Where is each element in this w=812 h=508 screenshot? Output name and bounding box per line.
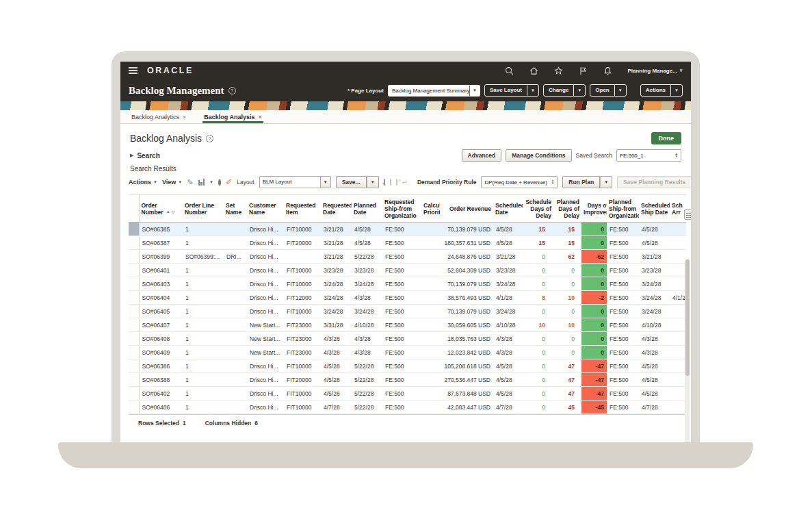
cell-order-revenue[interactable]: 105,208.618 USD (440, 359, 493, 373)
cell-planned-ship-from-organization[interactable]: FE:500 (607, 277, 639, 291)
row-selector[interactable] (129, 223, 139, 236)
actions-menu[interactable]: Actions▼ (129, 179, 157, 186)
cell-days-of-improvement[interactable]: 0 (581, 346, 607, 359)
search-section-label[interactable]: Search (137, 152, 159, 160)
cell-calculated-priority[interactable] (421, 291, 440, 305)
cell-scheduled-arrival[interactable] (670, 387, 686, 401)
scrollbar-thumb[interactable] (685, 259, 690, 376)
close-icon[interactable]: × (259, 114, 262, 120)
cell-days-of-improvement[interactable]: -47 (581, 373, 607, 387)
cell-scheduled-arrival[interactable] (670, 305, 686, 318)
cell-order-line-number[interactable]: 1 (183, 346, 224, 359)
cell-requested-date[interactable]: 3/24/28 (321, 291, 352, 305)
cell-days-of-improvement[interactable]: 0 (581, 318, 607, 332)
cell-schedule-days-of-delay[interactable]: 0 (523, 305, 553, 318)
dropdown-arrow-icon[interactable]: ▼ (527, 85, 538, 96)
cell-order-line-number[interactable]: 1 (183, 264, 224, 277)
notifications-icon[interactable] (603, 66, 612, 75)
row-selector[interactable] (129, 359, 139, 373)
cell-scheduled-arrival[interactable] (670, 346, 686, 359)
page-layout-select[interactable]: Backlog Management Summary ▼ (388, 85, 480, 97)
query-by-example-icon[interactable] (384, 179, 385, 186)
cell-planned-date[interactable]: 3/24/28 (352, 305, 382, 318)
cell-set-name[interactable] (224, 332, 247, 346)
dropdown-arrow-icon[interactable]: ▼ (321, 176, 331, 188)
cell-customer-name[interactable]: Drisco Hi... (247, 223, 284, 236)
cell-schedule-days-of-delay[interactable]: 10 (523, 318, 553, 332)
cell-requested-ship-from-organization[interactable]: FE:500 (382, 291, 421, 305)
cell-customer-name[interactable]: Drisco Hi... (247, 236, 284, 250)
cell-order-number[interactable]: SO#06401 (139, 264, 183, 277)
cell-calculated-priority[interactable] (421, 223, 440, 236)
cell-calculated-priority[interactable] (421, 305, 440, 318)
cell-set-name[interactable] (224, 277, 247, 291)
cell-planned-ship-from-organization[interactable]: FE:500 (607, 318, 639, 332)
cell-order-line-number[interactable]: 1 (183, 359, 224, 373)
cell-order-line-number[interactable]: 1 (183, 223, 224, 236)
cell-planned-date[interactable]: 3/23/28 (352, 264, 382, 277)
column-header-set-name[interactable]: Set Name (224, 195, 247, 223)
close-icon[interactable]: × (183, 114, 186, 120)
cell-requested-ship-from-organization[interactable]: FE:500 (382, 264, 421, 277)
cell-scheduled-ship-date[interactable]: 4/5/28 (639, 373, 670, 387)
cell-scheduled-ship-date[interactable]: 4/5/28 (639, 236, 670, 250)
account-menu[interactable]: Planning Manage... ∨ (627, 68, 683, 74)
cell-planned-date[interactable]: 5/22/28 (352, 359, 382, 373)
cell-calculated-priority[interactable] (421, 401, 440, 414)
cell-scheduled-date[interactable]: 3/21/28 (493, 250, 523, 264)
row-selector[interactable] (129, 401, 139, 414)
cell-set-name[interactable] (224, 264, 247, 277)
cell-planned-days-of-delay[interactable]: 10 (553, 318, 581, 332)
cell-set-name[interactable] (224, 373, 247, 387)
cell-requested-date[interactable]: 4/3/28 (321, 346, 352, 359)
cell-days-of-improvement[interactable]: -45 (581, 401, 607, 414)
cell-schedule-days-of-delay[interactable]: 0 (523, 401, 553, 414)
cell-scheduled-ship-date[interactable]: 3/24/28 (639, 277, 670, 291)
cell-requested-ship-from-organization[interactable]: FE:500 (382, 223, 421, 236)
cell-order-number[interactable]: SO#06388 (139, 373, 183, 387)
cell-planned-days-of-delay[interactable]: 47 (553, 373, 581, 387)
cell-requested-item[interactable]: FIT23000 (284, 318, 321, 332)
cell-scheduled-arrival[interactable] (670, 236, 686, 250)
cell-order-revenue[interactable]: 70,139.079 USD (440, 277, 493, 291)
cell-order-revenue[interactable]: 180,357.631 USD (440, 236, 493, 250)
cell-planned-date[interactable]: 5/22/28 (352, 387, 382, 401)
favorites-star-icon[interactable] (554, 66, 563, 75)
cell-requested-item[interactable]: FIT20000 (284, 236, 321, 250)
view-menu[interactable]: View▼ (162, 179, 182, 186)
cell-scheduled-date[interactable]: 4/7/28 (493, 401, 523, 414)
cell-planned-ship-from-organization[interactable]: FE:500 (607, 359, 639, 373)
cell-requested-ship-from-organization[interactable]: FE:500 (382, 346, 421, 359)
search-icon[interactable] (505, 66, 514, 75)
cell-order-number[interactable]: SO#06403 (139, 277, 183, 291)
cell-requested-item[interactable]: FIT23000 (284, 346, 321, 359)
cell-order-number[interactable]: SO#06399 (139, 250, 183, 264)
cell-scheduled-date[interactable]: 4/5/28 (493, 236, 523, 250)
cell-set-name[interactable] (224, 401, 247, 414)
cell-customer-name[interactable]: Drisco Hi... (247, 359, 284, 373)
cell-order-line-number[interactable]: 1 (183, 332, 224, 346)
cell-scheduled-ship-date[interactable]: 4/3/28 (639, 346, 670, 359)
cell-order-revenue[interactable]: 12,023.842 USD (440, 346, 493, 359)
cell-requested-ship-from-organization[interactable]: FE:500 (382, 277, 421, 291)
cell-set-name[interactable] (224, 387, 247, 401)
cell-requested-ship-from-organization[interactable]: FE:500 (382, 318, 421, 332)
row-selector[interactable] (129, 387, 139, 401)
column-header-requested-ship-from-organization[interactable]: Requested Ship-from Organizatio (382, 195, 421, 223)
dropdown-arrow-icon[interactable]: ▼ (573, 85, 585, 96)
cell-requested-date[interactable]: 3/21/28 (321, 236, 352, 250)
cell-schedule-days-of-delay[interactable]: 15 (523, 236, 553, 250)
manage-columns-icon[interactable] (198, 179, 205, 186)
cell-order-number[interactable]: SO#06402 (139, 387, 183, 401)
save-button[interactable]: Save... ▼ (336, 176, 379, 188)
cell-planned-ship-from-organization[interactable]: FE:500 (607, 401, 639, 414)
cell-calculated-priority[interactable] (421, 346, 440, 359)
cell-order-number[interactable]: SO#06404 (139, 291, 183, 305)
cell-planned-ship-from-organization[interactable]: FE:500 (607, 223, 639, 236)
saved-search-select[interactable]: FE:500_1 ▲▼ (616, 149, 681, 162)
cell-scheduled-ship-date[interactable]: 3/24/28 (639, 305, 670, 318)
change-button[interactable]: Change▼ (543, 84, 586, 97)
cell-planned-ship-from-organization[interactable]: FE:500 (607, 291, 639, 305)
cell-planned-date[interactable]: 4/3/28 (352, 291, 382, 305)
dropdown-arrow-icon[interactable]: ▼ (614, 85, 626, 96)
